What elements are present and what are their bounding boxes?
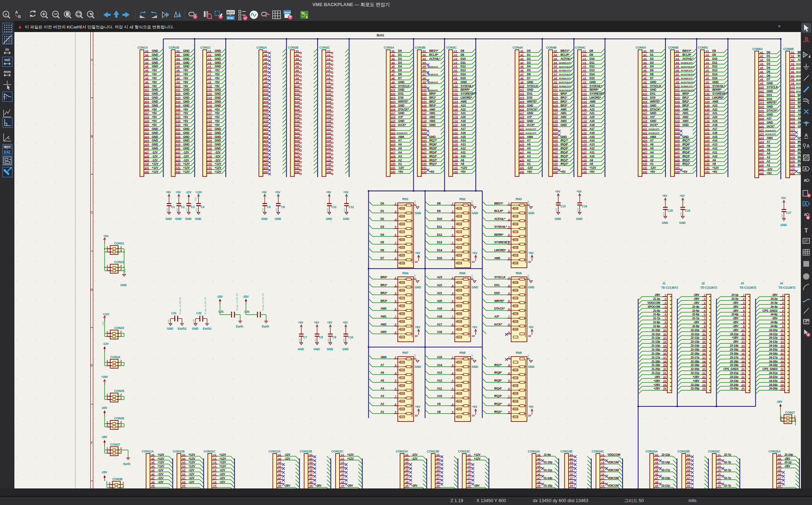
svg-text:GND: GND [152, 139, 158, 142]
svg-text:A5: A5 [527, 147, 531, 150]
svg-text:+5V: +5V [103, 235, 109, 238]
svg-text:b13: b13 [422, 96, 427, 99]
svg-text:14: 14 [741, 344, 745, 347]
svg-text:a12: a12 [520, 92, 524, 95]
svg-text:22: 22 [781, 375, 784, 379]
svg-text:b8: b8 [570, 481, 574, 484]
svg-text:CON11A: CON11A [142, 450, 154, 453]
svg-text:b3: b3 [554, 57, 557, 60]
svg-text:b27: b27 [790, 152, 795, 155]
svg-text:D8: D8 [712, 49, 716, 53]
svg-text:10: 10 [702, 329, 705, 332]
svg-text:J4-9p: J4-9p [770, 325, 777, 328]
svg-text:c10: c10 [327, 85, 331, 88]
svg-text:D5: D5 [650, 69, 654, 72]
svg-text:24: 24 [663, 383, 667, 387]
svg-text:7: 7 [452, 241, 453, 244]
svg-text:BG1OUT(IN,OUT): BG1OUT(IN,OUT) [796, 75, 801, 77]
svg-text:AM4: AM4 [650, 135, 656, 139]
svg-text:+5V: +5V [152, 123, 157, 127]
svg-text:BR0*: BR0* [381, 276, 387, 279]
svg-text:D11: D11 [712, 61, 717, 64]
svg-text:b15: b15 [295, 104, 300, 107]
svg-text:b23: b23 [553, 135, 558, 139]
svg-text:GND: GND [528, 365, 534, 369]
svg-text:CPS_GND3: CPS_GND3 [723, 368, 739, 371]
svg-text:BR0*: BR0* [561, 92, 567, 95]
svg-text:c1: c1 [208, 49, 211, 53]
svg-text:-12V: -12V [219, 481, 225, 484]
svg-text:AM2: AM2 [682, 116, 688, 119]
svg-text:b26: b26 [675, 147, 680, 150]
svg-text:a20: a20 [144, 123, 149, 127]
svg-text:c15: c15 [453, 104, 458, 107]
svg-text:A3: A3 [527, 155, 531, 158]
svg-text:b14: b14 [295, 100, 300, 103]
svg-text:GND: GND [344, 208, 346, 212]
svg-text:c3: c3 [583, 57, 586, 60]
svg-text:c30: c30 [207, 162, 212, 166]
svg-text:+5V: +5V [183, 120, 189, 123]
svg-text:C8: C8 [319, 336, 323, 339]
svg-text:R42: R42 [4, 150, 11, 154]
svg-text:Earth2: Earth2 [178, 327, 187, 330]
svg-text:a28: a28 [144, 155, 149, 158]
svg-text:b27: b27 [675, 151, 680, 154]
svg-text:a8: a8 [278, 481, 281, 484]
svg-text:c28: c28 [453, 155, 458, 158]
svg-text:b23: b23 [295, 135, 300, 139]
svg-text:GND: GND [215, 127, 221, 131]
svg-text:GND: GND [186, 208, 188, 212]
svg-text:b6: b6 [687, 473, 691, 476]
svg-text:D9: D9 [461, 53, 465, 57]
svg-text:c16: c16 [705, 108, 710, 111]
svg-text:GND: GND [192, 327, 198, 330]
svg-text:D6: D6 [767, 74, 771, 77]
svg-text:SPOCOM: SPOCOM [647, 305, 660, 308]
svg-text:C15: C15 [668, 209, 673, 212]
svg-text:b12: b12 [790, 94, 795, 97]
svg-text:b32: b32 [295, 170, 300, 173]
svg-text:CON3B: CON3B [415, 46, 425, 49]
svg-text:J3-1p: J3-1p [731, 293, 739, 297]
svg-text:GND: GND [195, 217, 201, 221]
svg-text:A: A [91, 58, 93, 62]
svg-text:-28V: -28V [316, 484, 322, 487]
svg-text:RN3: RN3 [516, 197, 522, 201]
svg-text:b7: b7 [309, 477, 313, 480]
svg-text:-12V: -12V [219, 477, 225, 480]
svg-text:a24: a24 [264, 139, 268, 142]
svg-text:a5: a5 [405, 469, 409, 472]
svg-text:c7: c7 [208, 73, 211, 76]
svg-text:D6: D6 [650, 73, 654, 76]
svg-text:b18: b18 [553, 116, 558, 119]
svg-text:SYSCLK: SYSCLK [767, 86, 778, 89]
svg-text:b11: b11 [553, 88, 558, 91]
svg-text:J4-17p: J4-17p [769, 356, 777, 359]
svg-text:BCLR*: BCLR* [798, 54, 801, 58]
svg-text:a26: a26 [391, 147, 395, 150]
svg-text:a10: a10 [391, 85, 395, 88]
svg-text:D3: D3 [398, 61, 402, 64]
svg-text:RN2: RN2 [459, 197, 466, 201]
svg-text:c18: c18 [453, 116, 458, 119]
svg-text:SYSRESET*: SYSRESET* [712, 92, 728, 95]
svg-text:AM1: AM1 [561, 112, 567, 115]
svg-text:IRQ3*: IRQ3* [561, 155, 569, 158]
svg-text:a7: a7 [537, 477, 540, 480]
svg-text:a5: a5 [391, 65, 395, 68]
svg-text:a13: a13 [520, 96, 524, 99]
svg-text:J4-6p: J4-6p [770, 313, 777, 316]
svg-text:b6: b6 [182, 473, 186, 476]
svg-text:b32: b32 [176, 170, 181, 173]
svg-text:a18: a18 [643, 116, 647, 119]
svg-text:RN7: RN7 [402, 351, 408, 355]
svg-text:D5: D5 [767, 70, 771, 73]
svg-text:A2: A2 [381, 402, 385, 406]
svg-text:BR1*: BR1* [798, 98, 801, 101]
svg-text:10: 10 [781, 329, 784, 332]
svg-text:CON23: CON23 [114, 326, 124, 330]
svg-text:+12V: +12V [219, 461, 226, 464]
svg-text:GND: GND [183, 96, 190, 99]
svg-text:+12V: +12V [152, 166, 159, 170]
